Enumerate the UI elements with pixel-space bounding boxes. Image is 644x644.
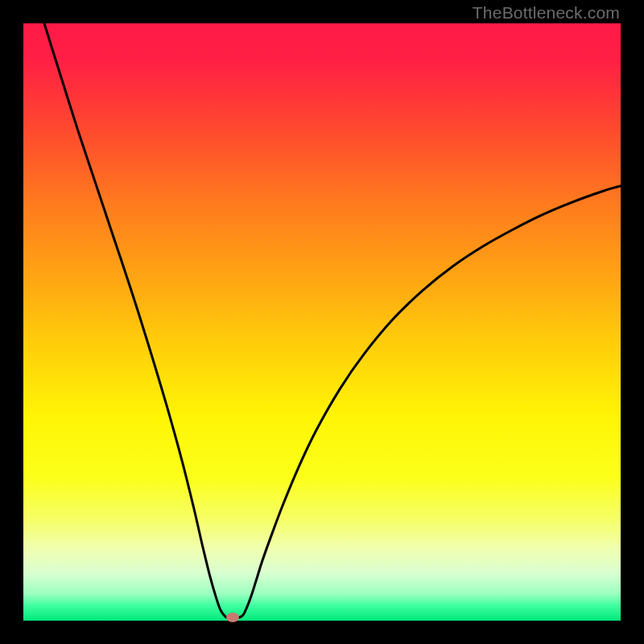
watermark-text: TheBottleneck.com xyxy=(473,3,620,23)
chart-container: TheBottleneck.com xyxy=(0,0,644,644)
gradient-background xyxy=(23,23,621,621)
plot-area xyxy=(23,23,621,621)
svg-rect-0 xyxy=(23,23,621,621)
minimum-marker xyxy=(226,613,239,622)
